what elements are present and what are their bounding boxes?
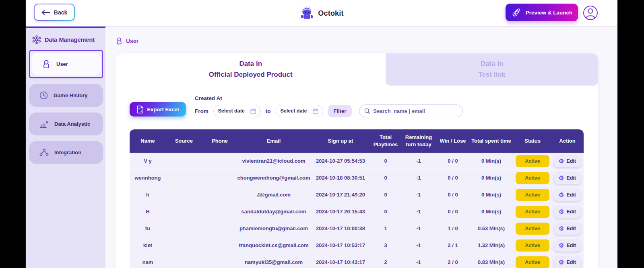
cell-action: ⚙ Edit [554,206,581,218]
sidebar-item-game-history[interactable]: Game History [29,84,103,107]
cell-total-playtimes: 1 [384,225,387,231]
cell-email: J@gmail.com [257,192,291,198]
edit-button[interactable]: ⚙ Edit [554,256,581,268]
to-label: to [266,108,271,114]
table-row: kiet tranquockiet.cs@gmail.com 2024-10-1… [130,237,584,254]
col-header-remaining-turn-today: Remaining turn today [400,134,437,148]
cell-win-lose: 0 / 0 [448,158,458,164]
clock-icon [39,91,48,100]
cell-remaining-turn-today: -1 [416,259,421,265]
tab-test-link[interactable]: Data in Test link [386,53,598,86]
preview-launch-button[interactable]: Preview & Launch [506,4,578,21]
edit-label: Edit [566,260,576,265]
edit-button[interactable]: ⚙ Edit [554,189,581,201]
edit-button[interactable]: ⚙ Edit [554,172,581,184]
edit-button[interactable]: ⚙ Edit [554,155,581,167]
table-row: tu phamlemongtu@gmail.com 2024-10-17 10:… [130,220,584,237]
from-label: From [195,108,208,114]
gear-icon: ⚙ [559,175,564,181]
tabs: Data in Official Deployed Product Data i… [116,53,598,86]
search-box[interactable] [359,104,463,117]
cell-total-spent-time: 1.32 Min(s) [478,242,505,248]
back-arrow-icon [41,10,50,15]
col-header-total-playtimes: Total Playtimes [371,134,400,148]
col-header-phone: Phone [212,137,228,145]
preview-launch-label: Preview & Launch [526,10,572,16]
nodes-icon [39,148,49,157]
cell-total-spent-time: 0 Min(s) [481,209,501,215]
back-button[interactable]: Back [34,4,75,21]
to-date-select[interactable]: Select date [276,105,323,117]
cell-action: ⚙ Edit [554,189,581,201]
cell-sign-up-at: 2024-10-17 10:43:17 [316,259,365,265]
cell-total-spent-time: 0.53 Min(s) [478,225,505,231]
edit-button[interactable]: ⚙ Edit [554,223,581,235]
edit-label: Edit [566,175,576,181]
cell-name: H [146,209,149,215]
top-bar: Back Octokit [26,0,617,27]
octopus-logo-icon [299,6,314,20]
cell-remaining-turn-today: -1 [416,175,421,181]
user-icon [116,37,123,45]
col-header-source: Source [175,137,193,145]
filter-button[interactable]: Filter [328,105,352,117]
sidebar-item-label: User [56,61,68,67]
export-excel-button[interactable]: Export Excel [130,102,186,117]
cell-win-lose: 0 / 0 [448,209,458,215]
col-header-win-lose: Win / Lose [440,137,466,145]
cell-status: Active [516,155,549,167]
cell-status: Active [516,172,549,184]
gear-icon: ⚙ [559,242,564,248]
sidebar-item-integration[interactable]: Integration [29,141,103,164]
cell-email: tranquockiet.cs@gmail.com [239,242,308,248]
cell-sign-up-at: 2024-10-17 10:53:17 [316,242,365,248]
brand: Octokit [299,0,343,27]
user-table: Name Source Phone Email Sign up at Total… [130,129,584,268]
cell-sign-up-at: 2024-10-17 21:49:20 [316,192,365,198]
cell-total-playtimes: 2 [384,259,387,265]
search-input[interactable] [373,108,458,114]
from-date-select[interactable]: Select date [213,105,261,117]
cell-total-playtimes: 0 [384,192,387,198]
gear-icon: ⚙ [559,259,564,265]
cell-status: Active [516,239,549,252]
table-row: h J@gmail.com 2024-10-17 21:49:20 0 -1 0… [130,186,584,203]
sidebar-item-user[interactable]: User [29,50,103,78]
cell-remaining-turn-today: -1 [416,225,421,231]
edit-label: Edit [566,243,576,248]
user-avatar[interactable] [583,5,598,20]
gear-icon: ⚙ [559,209,564,215]
cell-sign-up-at: 2024-10-27 05:54:53 [316,158,365,164]
table-row: nam namyuki35@gmail.com 2024-10-17 10:43… [130,254,584,268]
edit-button[interactable]: ⚙ Edit [554,239,581,252]
sidebar-item-label: Integration [54,149,81,155]
tab-official-deployed-product[interactable]: Data in Official Deployed Product [116,53,386,86]
edit-button[interactable]: ⚙ Edit [554,206,581,218]
gear-icon: ⚙ [559,192,564,198]
table-body: V y vivientran21@icloud.com 2024-10-27 0… [130,153,584,268]
cell-sign-up-at: 2024-10-17 20:15:43 [316,209,365,215]
table-header: Name Source Phone Email Sign up at Total… [130,129,584,153]
calendar-icon [250,108,256,114]
status-badge: Active [516,189,549,201]
status-badge: Active [516,206,549,218]
cell-name: tu [145,225,150,231]
sidebar: Data Management User Game Hist [26,27,105,268]
brand-name: Octokit [318,9,343,18]
cell-action: ⚙ Edit [554,155,581,167]
cell-win-lose: 1 / 0 [448,225,458,231]
cell-action: ⚙ Edit [554,239,581,252]
col-header-status: Status [524,137,541,145]
status-badge: Active [516,155,549,167]
cell-name: nam [142,259,153,265]
cell-name: wennhong [135,175,161,181]
calendar-icon [313,108,318,114]
breadcrumb: User [116,37,138,45]
cell-total-spent-time: 0 Min(s) [481,192,501,198]
bar-chart-icon [39,120,49,128]
sidebar-item-data-analystic[interactable]: Data Analystic [29,113,103,135]
cell-email: namyuki35@gmail.com [245,259,303,265]
cell-name: h [146,192,149,198]
table-row: wennhong chongwennhong@gmail.com 2024-10… [130,170,584,186]
status-badge: Active [516,239,549,252]
